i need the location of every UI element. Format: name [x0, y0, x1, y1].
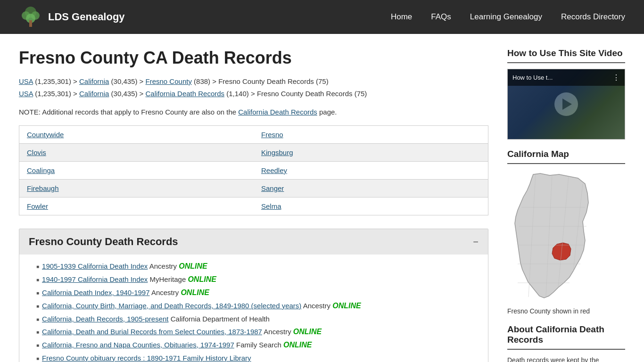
record-link-5[interactable]: California, Death and Burial Records fro… [42, 328, 262, 336]
list-item: California, Fresno and Napa Counties, Ob… [36, 341, 479, 349]
breadcrumb-line-1: USA (1,235,301) > California (30,435) > … [19, 75, 488, 88]
location-sanger[interactable]: Sanger [261, 184, 284, 192]
breadcrumb-line-2: USA (1,235,301) > California (30,435) > … [19, 88, 488, 100]
sidebar-divider [507, 62, 625, 63]
sidebar-video-title: How to Use This Site Video [507, 48, 625, 58]
online-badge: ONLINE [283, 341, 312, 349]
breadcrumb-california-1[interactable]: California [79, 77, 109, 85]
records-section-title: Fresno County Death Records [29, 236, 178, 248]
logo-area[interactable]: LDS Genealogy [19, 5, 125, 29]
table-row: Firebaugh Sanger [19, 180, 488, 197]
online-badge: ONLINE [179, 262, 207, 270]
sidebar-map-divider [507, 163, 625, 164]
breadcrumb-fresno-county[interactable]: Fresno County [146, 77, 192, 85]
list-item: 1940-1997 California Death Index MyHerit… [36, 275, 479, 284]
about-text: Death records were kept by the [507, 355, 625, 362]
breadcrumb-california-2[interactable]: California [79, 90, 109, 98]
logo-tree-icon [19, 5, 42, 29]
main-nav: Home FAQs Learning Genealogy Records Dir… [391, 12, 625, 22]
video-thumb-title: How to Use t... [512, 74, 553, 81]
video-overlay: How to Use t... ⋮ [508, 69, 625, 86]
nav-faqs[interactable]: FAQs [431, 12, 451, 22]
about-title: About California Death Records [507, 324, 625, 345]
record-link-0[interactable]: 1905-1939 California Death Index [42, 262, 148, 270]
list-item: California, Death Records, 1905-present … [36, 315, 479, 323]
breadcrumb-ca-death-records[interactable]: California Death Records [146, 90, 225, 98]
page-title: Fresno County CA Death Records [19, 48, 488, 68]
svg-marker-5 [515, 173, 588, 298]
list-item: California, Death and Burial Records fro… [36, 328, 479, 336]
ca-map-svg [507, 170, 611, 302]
about-section: About California Death Records Death rec… [507, 324, 625, 362]
location-kingsburg[interactable]: Kingsburg [261, 148, 293, 156]
nav-learning-genealogy[interactable]: Learning Genealogy [470, 12, 542, 22]
table-row: Countywide Fresno [19, 126, 488, 144]
site-header: LDS Genealogy Home FAQs Learning Genealo… [0, 0, 644, 34]
california-map [507, 170, 625, 304]
online-badge: ONLINE [181, 288, 209, 296]
locations-table: Countywide Fresno Clovis Kingsburg Coali… [19, 125, 488, 215]
collapse-button[interactable]: − [473, 237, 479, 247]
video-options-icon[interactable]: ⋮ [612, 73, 620, 82]
location-clovis[interactable]: Clovis [27, 148, 46, 156]
breadcrumb-usa-1[interactable]: USA [19, 77, 33, 85]
about-divider [507, 349, 625, 350]
record-link-6[interactable]: California, Fresno and Napa Counties, Ob… [42, 341, 234, 349]
breadcrumb-area: USA (1,235,301) > California (30,435) > … [19, 75, 488, 99]
nav-home[interactable]: Home [391, 12, 412, 22]
records-section: Fresno County Death Records − 1905-1939 … [19, 229, 488, 362]
note-text: NOTE: Additional records that apply to F… [19, 108, 488, 116]
records-section-header: Fresno County Death Records − [19, 229, 488, 255]
table-row: Fowler Selma [19, 197, 488, 215]
records-list: 1905-1939 California Death Index Ancestr… [19, 255, 488, 362]
location-selma[interactable]: Selma [261, 202, 281, 210]
list-item: Fresno County obituary records : 1890-19… [36, 354, 479, 362]
record-link-1[interactable]: 1940-1997 California Death Index [42, 275, 148, 283]
table-row: Coalinga Reedley [19, 162, 488, 180]
nav-records-directory[interactable]: Records Directory [561, 12, 625, 22]
online-badge: ONLINE [188, 275, 216, 283]
record-link-7[interactable]: Fresno County obituary records : 1890-19… [42, 354, 251, 362]
record-link-3[interactable]: California, County Birth, Marriage, and … [42, 302, 301, 310]
table-row: Clovis Kingsburg [19, 144, 488, 162]
sidebar: How to Use This Site Video How to Use t.… [507, 48, 625, 362]
list-item: California, County Birth, Marriage, and … [36, 302, 479, 310]
page-wrapper: Fresno County CA Death Records USA (1,23… [0, 34, 644, 362]
list-item: 1905-1939 California Death Index Ancestr… [36, 262, 479, 271]
location-firebaugh[interactable]: Firebaugh [27, 184, 59, 192]
record-link-4[interactable]: California, Death Records, 1905-present [42, 315, 168, 323]
location-reedley[interactable]: Reedley [261, 166, 287, 174]
ca-map-caption: Fresno County shown in red [507, 307, 625, 315]
logo-text: LDS Genealogy [48, 11, 125, 23]
breadcrumb-usa-2[interactable]: USA [19, 90, 33, 98]
ca-death-records-link[interactable]: California Death Records [238, 108, 317, 116]
svg-rect-4 [29, 20, 32, 27]
online-badge: ONLINE [332, 302, 361, 310]
record-link-2[interactable]: California Death Index, 1940-1997 [42, 288, 150, 296]
location-fowler[interactable]: Fowler [27, 202, 48, 210]
list-item: California Death Index, 1940-1997 Ancest… [36, 288, 479, 297]
location-fresno[interactable]: Fresno [261, 131, 283, 139]
location-coalinga[interactable]: Coalinga [27, 166, 55, 174]
sidebar-map-title: California Map [507, 149, 625, 159]
location-countywide[interactable]: Countywide [27, 131, 64, 139]
main-content: Fresno County CA Death Records USA (1,23… [19, 48, 488, 362]
video-thumbnail[interactable]: How to Use t... ⋮ [507, 69, 625, 140]
online-badge: ONLINE [293, 328, 322, 336]
